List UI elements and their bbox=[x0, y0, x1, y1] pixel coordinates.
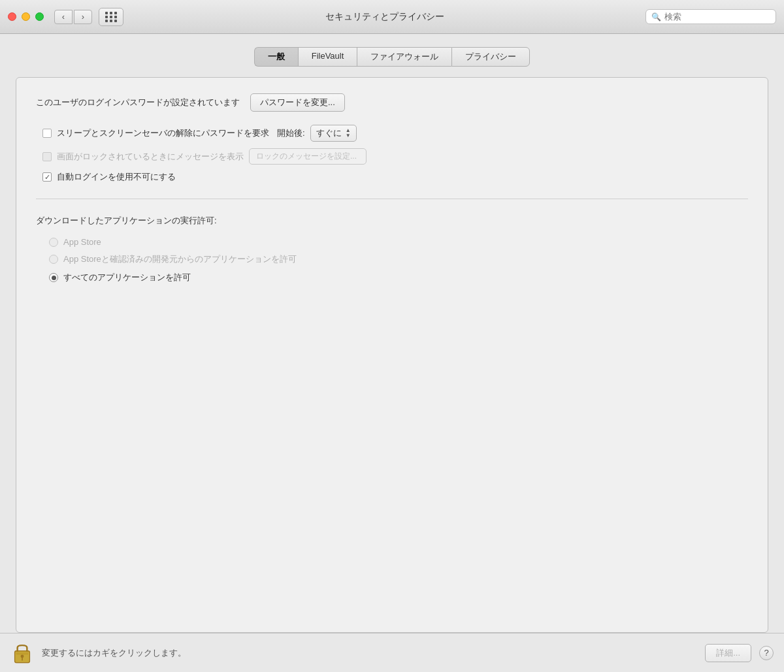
sleep-option-row: スリープとスクリーンセーバの解除にパスワードを要求 開始後: すぐに ▲ ▼ bbox=[42, 125, 748, 142]
lock-message-placeholder: ロックのメッセージを設定... bbox=[256, 152, 357, 161]
radio-appstore-label: App Store bbox=[63, 237, 101, 247]
radio-appstore-row: App Store bbox=[49, 237, 748, 247]
downloads-title: ダウンロードしたアプリケーションの実行許可: bbox=[36, 215, 748, 227]
fullscreen-button[interactable] bbox=[35, 12, 44, 21]
sleep-duration-value: すぐに bbox=[316, 127, 342, 139]
svg-rect-2 bbox=[16, 652, 28, 654]
tab-bar: 一般 FileVault ファイアウォール プライバシー bbox=[16, 47, 768, 67]
close-button[interactable] bbox=[8, 12, 16, 21]
options-section: スリープとスクリーンセーバの解除にパスワードを要求 開始後: すぐに ▲ ▼ 画… bbox=[42, 125, 748, 183]
sleep-checkbox[interactable] bbox=[42, 129, 52, 138]
titlebar: ‹ › セキュリティとプライバシー 🔍 bbox=[0, 0, 784, 34]
forward-button[interactable]: › bbox=[74, 10, 92, 24]
lock-icon[interactable] bbox=[10, 641, 34, 665]
svg-point-4 bbox=[21, 654, 24, 658]
auto-login-checkbox[interactable] bbox=[42, 172, 52, 182]
lock-screen-option-row: 画面がロックされているときにメッセージを表示 ロックのメッセージを設定... bbox=[42, 148, 748, 165]
panel: このユーザのログインパスワードが設定されています パスワードを変更... スリー… bbox=[16, 77, 768, 633]
sleep-option-label: スリープとスクリーンセーバの解除にパスワードを要求 bbox=[57, 127, 269, 139]
traffic-lights bbox=[8, 12, 44, 21]
search-icon: 🔍 bbox=[651, 12, 661, 22]
password-row: このユーザのログインパスワードが設定されています パスワードを変更... bbox=[36, 93, 748, 112]
radio-group: App Store App Storeと確認済みの開発元からのアプリケーションを… bbox=[49, 237, 748, 283]
minimize-button[interactable] bbox=[22, 12, 30, 21]
lock-message-input[interactable]: ロックのメッセージを設定... bbox=[249, 148, 367, 165]
tab-general[interactable]: 一般 bbox=[254, 47, 298, 67]
auto-login-option-row: 自動ログインを使用不可にする bbox=[42, 171, 748, 183]
radio-appstore-verified[interactable] bbox=[49, 255, 58, 264]
radio-all-apps[interactable] bbox=[49, 273, 58, 282]
tab-filevault[interactable]: FileVault bbox=[298, 47, 357, 67]
radio-all-apps-row: すべてのアプリケーションを許可 bbox=[49, 272, 748, 283]
grid-button[interactable] bbox=[99, 8, 123, 26]
bottombar: 変更するにはカギをクリックします。 詳細... ? bbox=[0, 633, 784, 672]
nav-buttons: ‹ › bbox=[54, 10, 92, 24]
divider bbox=[36, 199, 748, 199]
lock-screen-checkbox[interactable] bbox=[42, 152, 52, 161]
change-password-button[interactable]: パスワードを変更... bbox=[250, 93, 345, 112]
search-bar[interactable]: 🔍 bbox=[645, 9, 776, 24]
sleep-duration-select[interactable]: すぐに ▲ ▼ bbox=[310, 125, 357, 142]
lock-message: 変更するにはカギをクリックします。 bbox=[42, 647, 697, 659]
radio-appstore-verified-row: App Storeと確認済みの開発元からのアプリケーションを許可 bbox=[49, 253, 748, 265]
search-input[interactable] bbox=[664, 12, 770, 22]
content-area: 一般 FileVault ファイアウォール プライバシー このユーザのログインパ… bbox=[0, 34, 784, 633]
window-title: セキュリティとプライバシー bbox=[123, 11, 645, 23]
password-label: このユーザのログインパスワードが設定されています bbox=[36, 97, 240, 108]
grid-icon bbox=[105, 12, 118, 22]
radio-appstore[interactable] bbox=[49, 238, 58, 247]
tab-firewall[interactable]: ファイアウォール bbox=[357, 47, 451, 67]
back-button[interactable]: ‹ bbox=[54, 10, 73, 24]
kaishi-label: 開始後: bbox=[277, 127, 305, 139]
lock-screen-option-label: 画面がロックされているときにメッセージを表示 bbox=[57, 151, 244, 163]
radio-all-apps-label: すべてのアプリケーションを許可 bbox=[63, 272, 191, 283]
stepper-icon: ▲ ▼ bbox=[346, 128, 351, 138]
tab-privacy[interactable]: プライバシー bbox=[451, 47, 530, 67]
details-button[interactable]: 詳細... bbox=[705, 644, 751, 662]
downloads-section: ダウンロードしたアプリケーションの実行許可: App Store App Sto… bbox=[36, 215, 748, 283]
radio-appstore-verified-label: App Storeと確認済みの開発元からのアプリケーションを許可 bbox=[63, 253, 297, 265]
help-button[interactable]: ? bbox=[759, 646, 774, 660]
auto-login-option-label: 自動ログインを使用不可にする bbox=[57, 171, 176, 183]
